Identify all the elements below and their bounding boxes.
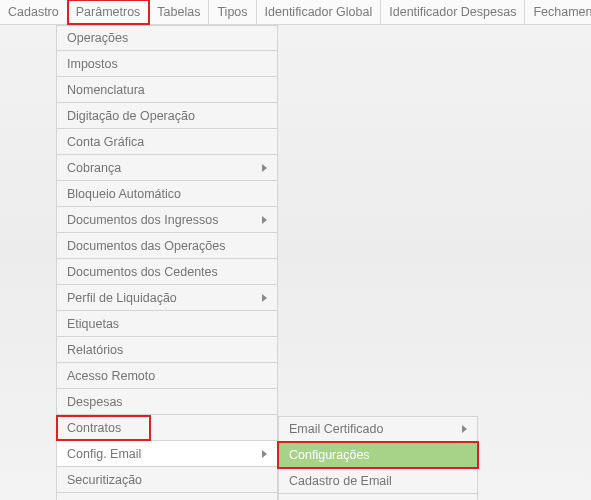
submenu-item-doc-pendentes[interactable]: Documentos Pendentes Ingressos	[278, 494, 478, 500]
menu-label: Cadastro	[8, 5, 59, 19]
dropdown-item-nomenclatura[interactable]: Nomenclatura	[56, 77, 278, 103]
dropdown-item-config-email[interactable]: Config. Email	[56, 441, 278, 467]
dropdown-item-doc-cedentes[interactable]: Documentos dos Cedentes	[56, 259, 278, 285]
submenu-label: Email Certificado	[289, 422, 383, 436]
menu-cadastro[interactable]: Cadastro	[0, 0, 68, 24]
dropdown-label: Despesas	[67, 395, 123, 409]
menu-parametros[interactable]: Parâmetros	[68, 0, 150, 24]
submenu-label: Configurações	[289, 448, 370, 462]
dropdown-item-doc-operacoes[interactable]: Documentos das Operações	[56, 233, 278, 259]
dropdown-label: Config. Email	[67, 447, 141, 461]
dropdown-item-despesas[interactable]: Despesas	[56, 389, 278, 415]
menu-identificador-global[interactable]: Identificador Global	[257, 0, 382, 24]
dropdown-item-impostos[interactable]: Impostos	[56, 51, 278, 77]
dropdown-item-cobranca[interactable]: Cobrança	[56, 155, 278, 181]
dropdown-item-bloqueio[interactable]: Bloqueio Automático	[56, 181, 278, 207]
menu-label: Tipos	[217, 5, 247, 19]
menu-fechamento[interactable]: Fechamento	[525, 0, 591, 24]
dropdown-label: Operações	[67, 31, 128, 45]
dropdown-label: Bloqueio Automático	[67, 187, 181, 201]
dropdown-item-doc-ingressos[interactable]: Documentos dos Ingressos	[56, 207, 278, 233]
dropdown-item-digitacao[interactable]: Digitação de Operação	[56, 103, 278, 129]
dropdown-label: Relatórios	[67, 343, 123, 357]
dropdown-label: Cobrança	[67, 161, 121, 175]
dropdown-label: Contratos	[67, 421, 121, 435]
dropdown-item-contratos[interactable]: Contratos	[56, 415, 278, 441]
dropdown-label: Nomenclatura	[67, 83, 145, 97]
dropdown-label: Documentos dos Cedentes	[67, 265, 218, 279]
menu-tabelas[interactable]: Tabelas	[149, 0, 209, 24]
submenu-item-cadastro-email[interactable]: Cadastro de Email	[278, 468, 478, 494]
dropdown-label: Documentos das Operações	[67, 239, 225, 253]
submenu-item-email-certificado[interactable]: Email Certificado	[278, 416, 478, 442]
chevron-right-icon	[262, 216, 267, 224]
dropdown-label: Digitação de Operação	[67, 109, 195, 123]
dropdown-label: Etiquetas	[67, 317, 119, 331]
menu-label: Identificador Despesas	[389, 5, 516, 19]
submenu-item-configuracoes[interactable]: Configurações	[278, 442, 478, 468]
chevron-right-icon	[262, 450, 267, 458]
dropdown-item-relatorios[interactable]: Relatórios	[56, 337, 278, 363]
dropdown-item-securitizacao[interactable]: Securitização	[56, 467, 278, 493]
dropdown-item-acesso-remoto[interactable]: Acesso Remoto	[56, 363, 278, 389]
chevron-right-icon	[262, 294, 267, 302]
submenu-label: Cadastro de Email	[289, 474, 392, 488]
chevron-right-icon	[462, 425, 467, 433]
submenu-config-email: Email Certificado Configurações Cadastro…	[278, 416, 478, 500]
chevron-right-icon	[262, 164, 267, 172]
menu-tipos[interactable]: Tipos	[209, 0, 256, 24]
dropdown-item-operacoes[interactable]: Operações	[56, 25, 278, 51]
dropdown-label: Conta Gráfica	[67, 135, 144, 149]
dropdown-label: Impostos	[67, 57, 118, 71]
dropdown-item-acesso-remoto-sacado[interactable]: Acesso Remoto Sacado	[56, 493, 278, 500]
menu-label: Fechamento	[533, 5, 591, 19]
dropdown-label: Documentos dos Ingressos	[67, 213, 218, 227]
menu-identificador-despesas[interactable]: Identificador Despesas	[381, 0, 525, 24]
dropdown-item-etiquetas[interactable]: Etiquetas	[56, 311, 278, 337]
menu-label: Identificador Global	[265, 5, 373, 19]
menu-label: Parâmetros	[76, 5, 141, 19]
dropdown-item-conta-grafica[interactable]: Conta Gráfica	[56, 129, 278, 155]
menubar: Cadastro Parâmetros Tabelas Tipos Identi…	[0, 0, 591, 25]
dropdown-parametros: Operações Impostos Nomenclatura Digitaçã…	[56, 25, 278, 500]
dropdown-label: Perfil de Liquidação	[67, 291, 177, 305]
dropdown-item-perfil-liquidacao[interactable]: Perfil de Liquidação	[56, 285, 278, 311]
dropdown-label: Acesso Remoto	[67, 369, 155, 383]
dropdown-label: Securitização	[67, 473, 142, 487]
menu-label: Tabelas	[157, 5, 200, 19]
